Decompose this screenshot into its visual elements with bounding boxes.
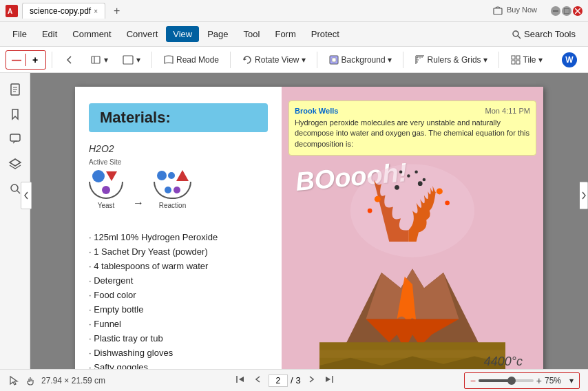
view-toggle-btn[interactable]: ▾ bbox=[116, 51, 146, 69]
zoom-slider-track[interactable] bbox=[479, 379, 534, 382]
page-prev-btn[interactable] bbox=[251, 373, 266, 388]
toolbar-dropdown: ▾ bbox=[104, 55, 108, 65]
svg-rect-14 bbox=[332, 58, 336, 62]
background-btn[interactable]: Background ▾ bbox=[323, 52, 397, 68]
list-item-8: Plastic tray or tub bbox=[89, 331, 268, 346]
sidebar-pages-btn[interactable] bbox=[4, 78, 26, 101]
reaction-circle-1 bbox=[157, 171, 167, 180]
svg-point-40 bbox=[418, 181, 423, 186]
sidebar-comments-btn[interactable] bbox=[4, 128, 26, 150]
tile-btn[interactable]: Tile ▾ bbox=[505, 52, 548, 68]
menu-bar: File Edit Comment Convert View Page Tool… bbox=[0, 22, 588, 47]
title-bar: A science-copy.pdf × + Buy Now bbox=[0, 0, 588, 22]
layers-icon bbox=[8, 157, 22, 171]
back-btn[interactable] bbox=[58, 51, 81, 69]
page-left: Materials: H2O2 Active Site bbox=[75, 87, 282, 369]
user-icon-btn[interactable]: W bbox=[556, 50, 582, 70]
close-btn[interactable] bbox=[573, 6, 582, 16]
buy-now-btn[interactable]: Buy Now bbox=[489, 4, 541, 17]
right-collapse-btn[interactable] bbox=[580, 182, 588, 209]
zoom-value: 75% bbox=[545, 376, 567, 385]
app-icon: A bbox=[6, 5, 18, 17]
diagram-circles: Yeast → bbox=[89, 170, 268, 209]
first-page-icon bbox=[235, 374, 245, 384]
maximize-btn[interactable] bbox=[562, 6, 571, 16]
comment-text: Hydrogen peroxide molecules are very uns… bbox=[295, 118, 530, 149]
pages-icon bbox=[8, 83, 22, 96]
svg-rect-4 bbox=[564, 8, 569, 14]
page-number-input[interactable] bbox=[269, 374, 288, 387]
new-tab-btn[interactable]: + bbox=[109, 5, 124, 17]
yeast-triangle bbox=[106, 171, 117, 181]
zoom-out-btn[interactable]: — bbox=[9, 52, 24, 67]
comment-author: Brook Wells bbox=[295, 107, 338, 115]
menu-convert[interactable]: Convert bbox=[120, 26, 165, 42]
svg-point-44 bbox=[375, 196, 381, 202]
menu-tool[interactable]: Tool bbox=[237, 26, 267, 42]
sidebar-toggle-btn[interactable]: ▾ bbox=[84, 51, 114, 69]
zoom-slider-plus[interactable]: + bbox=[536, 375, 542, 386]
page-first-btn[interactable] bbox=[233, 373, 248, 388]
svg-line-8 bbox=[518, 36, 521, 39]
reaction-inner bbox=[165, 187, 180, 193]
menu-form[interactable]: Form bbox=[268, 26, 302, 42]
menu-page[interactable]: Page bbox=[200, 26, 235, 42]
toolbar-sep6 bbox=[498, 52, 499, 68]
materials-title: Materials: bbox=[89, 103, 268, 132]
menu-comment[interactable]: Comment bbox=[65, 26, 118, 42]
hand-icon[interactable] bbox=[25, 375, 36, 386]
reaction-group: Reaction bbox=[154, 170, 191, 209]
reaction-triangle bbox=[176, 170, 189, 181]
list-item-4: Detergent bbox=[89, 273, 268, 288]
zoom-slider-minus[interactable]: − bbox=[470, 375, 476, 386]
svg-rect-11 bbox=[123, 56, 133, 64]
svg-marker-12 bbox=[244, 58, 246, 61]
page-dimensions: 27.94 × 21.59 cm bbox=[41, 376, 105, 385]
yeast-bowl-shape bbox=[89, 182, 123, 199]
page-last-btn[interactable] bbox=[322, 373, 337, 388]
tab-close-btn[interactable]: × bbox=[94, 8, 98, 15]
sidebar-search-icon bbox=[8, 182, 22, 196]
svg-rect-31 bbox=[10, 134, 20, 141]
menu-view[interactable]: View bbox=[166, 26, 199, 42]
window-controls bbox=[551, 6, 582, 16]
svg-point-41 bbox=[399, 171, 403, 174]
rotate-icon bbox=[242, 54, 253, 65]
background-dropdown: ▾ bbox=[388, 55, 392, 65]
svg-point-45 bbox=[368, 209, 372, 213]
svg-point-47 bbox=[445, 200, 450, 205]
reaction-circles bbox=[157, 170, 189, 181]
menu-edit[interactable]: Edit bbox=[35, 26, 64, 42]
reaction-circle-2 bbox=[168, 172, 175, 179]
svg-marker-32 bbox=[10, 159, 21, 166]
sidebar-layers-btn[interactable] bbox=[4, 153, 26, 175]
tile-dropdown: ▾ bbox=[538, 55, 543, 65]
cursor-icon[interactable] bbox=[8, 375, 19, 386]
page-indicator: / 3 bbox=[269, 374, 301, 387]
toolbar-sep3 bbox=[230, 52, 231, 68]
menu-protect[interactable]: Protect bbox=[304, 26, 346, 42]
materials-list: 125ml 10% Hydrogen Peroxide 1 Sachet Dry… bbox=[89, 230, 268, 369]
list-item-5: Food color bbox=[89, 288, 268, 302]
page-next-btn[interactable] bbox=[304, 373, 319, 388]
toolbar-sep4 bbox=[317, 52, 317, 68]
sidebar-bookmark-btn[interactable] bbox=[4, 103, 26, 125]
rotate-view-btn[interactable]: Rotate View ▾ bbox=[236, 52, 311, 68]
rulers-grids-btn[interactable]: Rulers & Grids ▾ bbox=[409, 52, 493, 68]
toolbar-sep2 bbox=[151, 52, 152, 68]
status-right: − + 75% ▾ bbox=[464, 372, 580, 389]
menu-file[interactable]: File bbox=[6, 26, 34, 42]
search-tools-btn[interactable]: Search Tools bbox=[505, 26, 582, 42]
svg-rect-26 bbox=[516, 61, 520, 64]
zoom-dropdown-btn[interactable]: ▾ bbox=[569, 376, 574, 385]
tab-filename: science-copy.pdf bbox=[30, 6, 91, 16]
pdf-tab[interactable]: science-copy.pdf × bbox=[22, 3, 105, 19]
zoom-in-btn[interactable]: + bbox=[28, 52, 43, 67]
status-left: 27.94 × 21.59 cm bbox=[8, 375, 105, 386]
title-bar-right: Buy Now bbox=[489, 4, 582, 17]
zoom-slider-thumb[interactable] bbox=[507, 377, 516, 385]
background-icon bbox=[328, 54, 339, 65]
minimize-btn[interactable] bbox=[551, 6, 560, 16]
svg-point-42 bbox=[414, 171, 418, 174]
read-mode-btn[interactable]: Read Mode bbox=[158, 52, 224, 68]
